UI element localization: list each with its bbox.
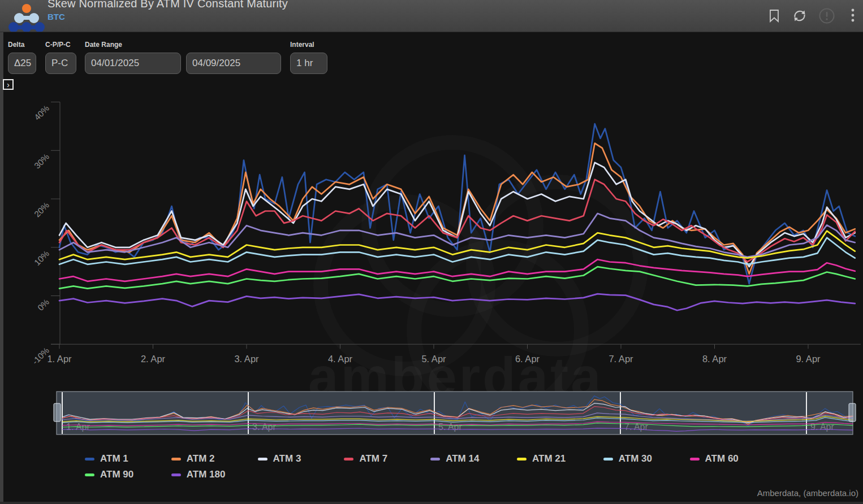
interval-label: Interval [290,41,314,49]
legend-item-atm-21[interactable]: ATM 21 [517,453,566,464]
legend-item-atm-7[interactable]: ATM 7 [344,453,387,464]
x-axis-tick-label: 9. Apr [796,354,821,364]
watermark: amberdata [308,142,641,414]
bottom-edge-strip [0,502,863,504]
legend-item-atm-2[interactable]: ATM 2 [171,453,215,464]
legend-label: ATM 1 [100,453,128,464]
interval-button[interactable]: 1 hr [290,53,327,74]
legend-marker [171,458,181,460]
bookmark-icon[interactable] [764,6,784,26]
legend-marker [430,458,440,460]
legend-label: ATM 90 [100,469,133,480]
legend-item-atm-90[interactable]: ATM 90 [85,469,133,480]
legend-item-atm-180[interactable]: ATM 180 [171,469,226,480]
legend-marker [85,458,94,460]
legend-marker [517,458,527,460]
legend-label: ATM 2 [187,453,215,464]
delta-label: Delta [8,41,24,49]
kebab-menu-icon[interactable] [843,6,863,26]
x-axis-tick-label: 3. Apr [234,354,259,364]
cp-pc-button[interactable]: P-C [45,53,76,74]
legend-label: ATM 3 [273,453,301,464]
title-block: Skew Normalized By ATM IV Constant Matur… [48,0,288,21]
x-axis-tick-label: 2. Apr [141,354,166,364]
navigator-handle-left[interactable] [54,403,61,422]
legend-label: ATM 180 [187,469,226,480]
alert-circle-icon[interactable] [817,6,837,26]
legend-marker [258,458,267,460]
legend-marker [690,458,700,460]
refresh-icon[interactable] [789,6,810,26]
amberdata-logo-icon [6,1,45,32]
x-axis-tick-label: 4. Apr [328,354,353,364]
navigator-tick-label: 5. Apr [438,422,462,432]
legend-marker [171,473,181,476]
x-axis-tick-label: 5. Apr [421,354,446,364]
legend-label: ATM 21 [532,453,566,464]
x-axis-tick-label: 6. Apr [515,354,540,364]
series-line-atm-90 [59,267,855,289]
legend-marker [603,458,613,460]
legend-label: ATM 60 [705,453,739,464]
y-axis-tick-label: 20% [32,200,51,219]
legend-label: ATM 14 [446,453,479,464]
legend-label: ATM 30 [619,453,652,464]
y-axis-tick-label: 30% [32,151,51,170]
legend-marker [85,473,94,476]
skew-chart: amberdata40%30%20%10%0%-10%1. Apr2. Apr3… [0,0,863,504]
header-bar: Skew Normalized By ATM IV Constant Matur… [0,0,863,32]
page-title: Skew Normalized By ATM IV Constant Matur… [48,0,288,10]
symbol-label: BTC [48,12,288,21]
navigator[interactable]: 1. Apr3. Apr5. Apr7. Apr9. Apr [54,392,856,435]
legend-item-atm-3[interactable]: ATM 3 [258,453,301,464]
x-axis-tick-label: 7. Apr [609,354,633,364]
x-axis-tick-label: 1. Apr [47,354,72,364]
date-end-input[interactable] [186,53,281,74]
app-window: amberdata40%30%20%10%0%-10%1. Apr2. Apr3… [0,0,863,504]
legend-item-atm-1[interactable]: ATM 1 [85,453,128,464]
y-axis-tick-label: 10% [32,249,51,267]
legend-label: ATM 7 [359,453,387,464]
legend-item-atm-60[interactable]: ATM 60 [690,453,739,464]
x-axis-tick-label: 8. Apr [702,354,727,364]
navigator-handle-right[interactable] [849,403,856,422]
delta-button[interactable]: Δ25 [8,53,36,74]
date-start-input[interactable] [85,53,181,74]
legend-item-atm-30[interactable]: ATM 30 [603,453,652,464]
legend-item-atm-14[interactable]: ATM 14 [430,453,479,464]
y-axis-tick-label: 0% [36,297,51,312]
left-edge-strip [0,32,3,504]
y-axis-tick-label: 40% [32,103,51,122]
date-range-label: Date Range [85,41,122,49]
legend-marker [344,458,353,460]
cp-pc-label: C-P/P-C [45,41,71,49]
sidebar-expander-button[interactable]: › [3,79,14,90]
credit-text: Amberdata, (amberdata.io) [757,488,858,498]
